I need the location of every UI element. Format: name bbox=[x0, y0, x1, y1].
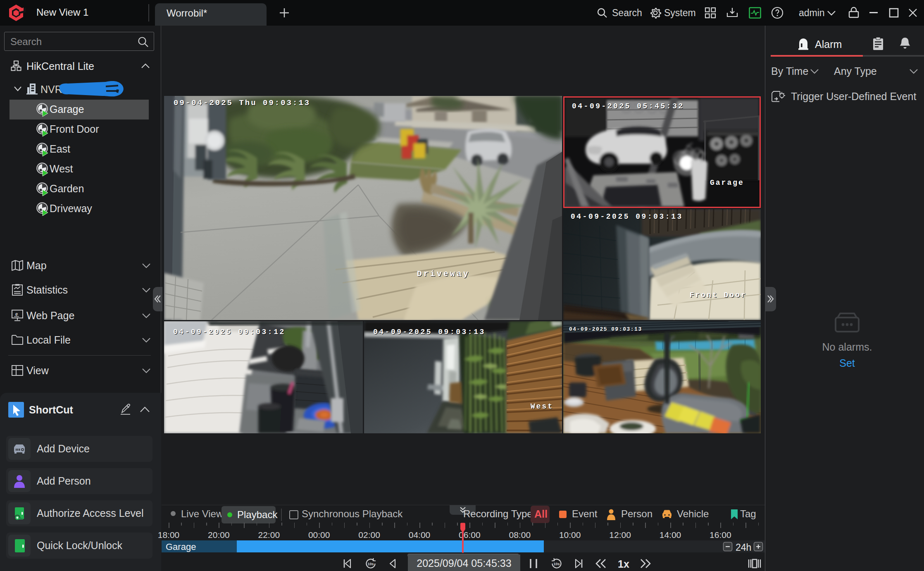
svg-text:10s: 10s bbox=[367, 562, 374, 566]
svg-text:e: e bbox=[15, 311, 18, 317]
svg-text:10s: 10s bbox=[553, 562, 560, 566]
